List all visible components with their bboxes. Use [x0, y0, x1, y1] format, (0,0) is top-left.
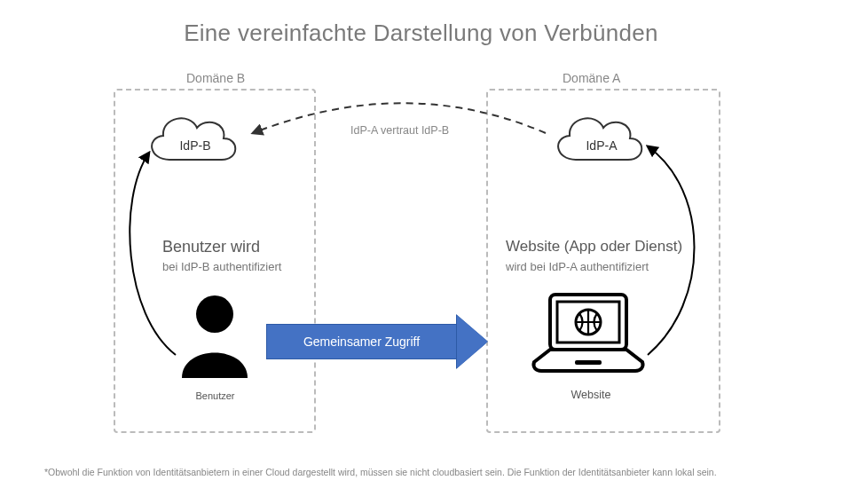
site-auth-sub: wird bei IdP-A authentifiziert	[506, 260, 649, 273]
site-auth-title: Website (App oder Dienst)	[506, 238, 682, 256]
user-node-label: Benutzer	[191, 390, 240, 401]
laptop-icon	[531, 291, 646, 380]
domain-b-label: Domäne B	[186, 71, 245, 85]
trust-label: IdP-A vertraut IdP-B	[350, 124, 449, 137]
idp-a-label: IdP-A	[575, 138, 628, 153]
idp-b-label: IdP-B	[169, 138, 222, 153]
website-node-label: Website	[564, 389, 618, 401]
user-icon	[175, 289, 255, 378]
user-auth-sub: bei IdP-B authentifiziert	[162, 260, 281, 273]
shared-access-label: Gemeinsamer Zugriff	[303, 335, 420, 349]
domain-a-label: Domäne A	[563, 71, 620, 85]
svg-rect-4	[575, 360, 602, 365]
shared-access-arrow: Gemeinsamer Zugriff	[266, 315, 488, 368]
svg-point-0	[196, 295, 233, 333]
diagram-title: Eine vereinfachte Darstellung von Verbün…	[0, 0, 842, 47]
footnote: *Obwohl die Funktion von Identitätsanbie…	[44, 467, 717, 477]
user-auth-title: Benutzer wird	[162, 238, 260, 256]
